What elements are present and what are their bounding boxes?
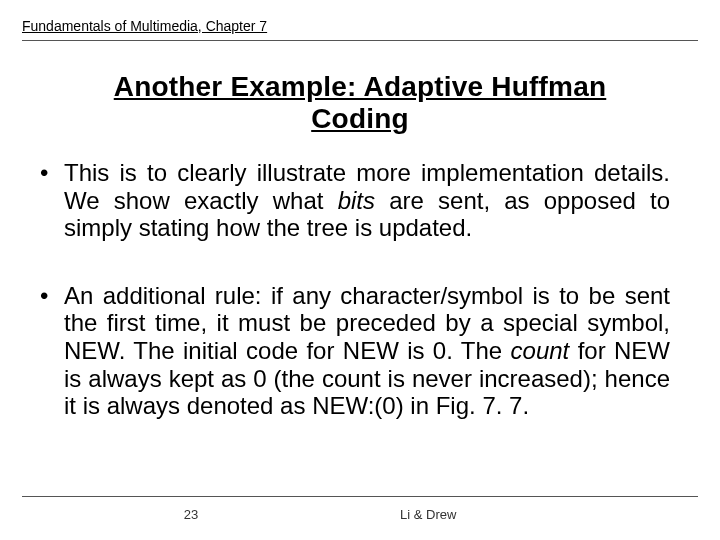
footer-divider [22, 496, 698, 497]
header-divider [22, 40, 698, 41]
text-emphasis: count [511, 337, 570, 364]
bullet-list: • This is to clearly illustrate more imp… [22, 159, 698, 420]
bullet-item: • This is to clearly illustrate more imp… [40, 159, 670, 242]
bullet-item: • An additional rule: if any character/s… [40, 282, 670, 420]
bullet-text: This is to clearly illustrate more imple… [64, 159, 670, 242]
text-emphasis: bits [338, 187, 375, 214]
bullet-marker: • [40, 159, 64, 242]
bullet-marker: • [40, 282, 64, 420]
slide-title: Another Example: Adaptive Huffman Coding [62, 71, 658, 135]
bullet-text: An additional rule: if any character/sym… [64, 282, 670, 420]
slide-footer: 23 Li & Drew [0, 496, 720, 522]
chapter-header: Fundamentals of Multimedia, Chapter 7 [22, 18, 698, 36]
page-number: 23 [22, 507, 360, 522]
authors-label: Li & Drew [360, 507, 698, 522]
